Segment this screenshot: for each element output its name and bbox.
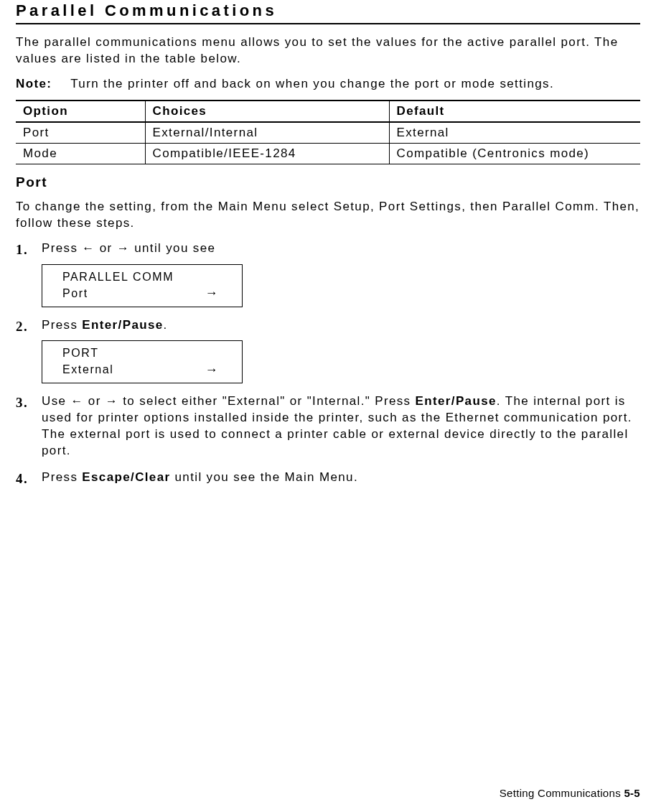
page-footer: Setting Communications 5-5 — [500, 787, 640, 799]
step1-pre: Press — [42, 241, 82, 255]
step3-post1: to select either "External" or "Internal… — [118, 394, 415, 408]
step3-mid: or — [84, 394, 106, 408]
port-intro: To change the setting, from the Main Men… — [16, 199, 640, 232]
step3-pre: Use — [42, 394, 70, 408]
lcd-screen: PORT External → — [42, 340, 243, 383]
options-table: Option Choices Default Port External/Int… — [16, 100, 640, 164]
arrow-right-icon: → — [106, 393, 118, 410]
document-page: Parallel Communications The parallel com… — [0, 0, 656, 812]
arrow-right-icon: → — [205, 361, 232, 378]
step-2: Press Enter/Pause. PORT External → — [16, 317, 640, 384]
cell-default: External — [389, 122, 640, 144]
col-choices: Choices — [145, 101, 389, 122]
lcd-line2: Port — [62, 286, 88, 302]
enter-pause-key: Enter/Pause — [416, 394, 497, 408]
step4-post: until you see the Main Menu. — [170, 470, 358, 484]
cell-default: Compatible (Centronics mode) — [389, 143, 640, 164]
step2-pre: Press — [42, 318, 82, 332]
step1-mid: or — [95, 241, 117, 255]
cell-choices: Compatible/IEEE-1284 — [145, 143, 389, 164]
arrow-right-icon: → — [205, 284, 232, 302]
arrow-left-icon: ← — [70, 393, 83, 410]
cell-choices: External/Internal — [145, 122, 389, 144]
lcd-line1: PORT — [62, 345, 232, 361]
port-subheading: Port — [16, 174, 640, 190]
col-default: Default — [389, 101, 640, 122]
lcd-screen: PARALLEL COMM Port → — [42, 264, 243, 307]
step2-post: . — [164, 318, 168, 332]
step1-post: until you see — [130, 241, 215, 255]
arrow-left-icon: ← — [82, 241, 95, 257]
enter-pause-key: Enter/Pause — [82, 318, 163, 332]
footer-text: Setting Communications — [500, 787, 624, 799]
note-label: Note: — [16, 76, 52, 93]
col-option: Option — [16, 101, 145, 122]
step-3: Use ← or → to select either "External" o… — [16, 393, 640, 459]
step4-pre: Press — [42, 470, 82, 484]
step-1: Press ← or → until you see PARALLEL COMM… — [16, 241, 640, 307]
arrow-right-icon: → — [117, 241, 130, 257]
lcd-line2: External — [62, 362, 114, 378]
table-row: Mode Compatible/IEEE-1284 Compatible (Ce… — [16, 143, 640, 164]
cell-option: Port — [16, 122, 145, 144]
page-title: Parallel Communications — [16, 0, 640, 24]
table-header-row: Option Choices Default — [16, 101, 640, 122]
table-row: Port External/Internal External — [16, 122, 640, 144]
escape-clear-key: Escape/Clear — [82, 470, 170, 484]
cell-option: Mode — [16, 143, 145, 164]
step-4: Press Escape/Clear until you see the Mai… — [16, 470, 640, 486]
page-number: 5-5 — [624, 787, 640, 799]
intro-paragraph: The parallel communications menu allows … — [16, 34, 640, 67]
note-text: Turn the printer off and back on when yo… — [70, 76, 554, 93]
lcd-line1: PARALLEL COMM — [62, 269, 232, 285]
note-block: Note: Turn the printer off and back on w… — [16, 76, 640, 93]
steps-list: Press ← or → until you see PARALLEL COMM… — [16, 241, 640, 486]
